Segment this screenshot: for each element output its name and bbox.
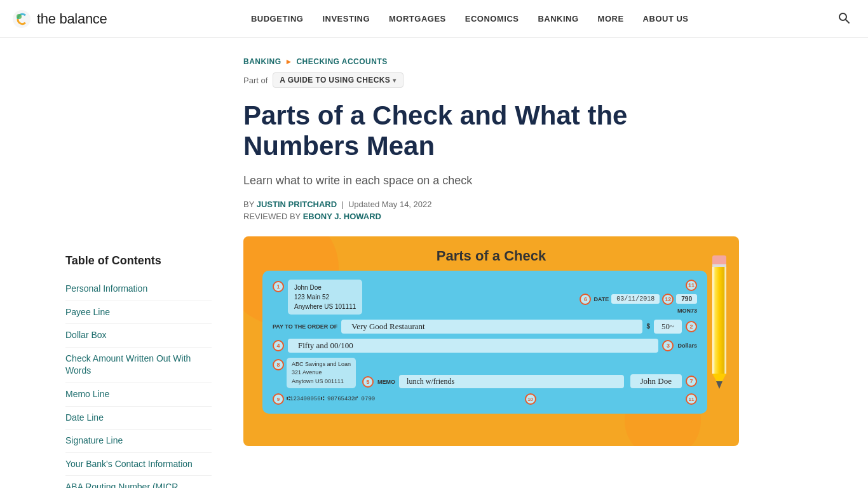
nav-banking[interactable]: BANKING	[530, 9, 586, 29]
reviewer-link[interactable]: EBONY J. HOWARD	[303, 212, 381, 221]
list-item[interactable]: Date Line	[65, 407, 212, 430]
site-header: the balance BUDGETING INVESTING MORTGAGE…	[0, 0, 868, 38]
bank-addr2: Anytown US 001111	[292, 377, 351, 386]
reviewed-label: REVIEWED BY	[243, 212, 301, 221]
number-4: 4	[276, 342, 280, 349]
toc-link-personal[interactable]: Personal Information	[65, 283, 147, 294]
part-of-row: Part of A GUIDE TO USING CHECKS ▾	[243, 72, 739, 88]
number-11: 11	[688, 282, 695, 288]
number-3: 3	[667, 342, 670, 349]
check-name: John Doe	[294, 283, 356, 292]
chevron-down-icon: ▾	[393, 77, 396, 84]
guide-badge-text: A GUIDE TO USING CHECKS	[280, 76, 390, 85]
site-logo[interactable]: the balance	[13, 10, 107, 28]
list-item[interactable]: Check Amount Written Out With Words	[65, 348, 212, 383]
svg-line-3	[845, 20, 849, 24]
check-addr2: Anywhere US 101111	[294, 302, 356, 311]
article-meta: BY JUSTIN PRITCHARD | Updated May 14, 20…	[243, 200, 739, 209]
date-label: DATE	[593, 296, 609, 302]
bank-name: ABC Savings and Loan	[292, 360, 351, 369]
toc-link-check-amount[interactable]: Check Amount Written Out With Words	[65, 353, 191, 376]
nav-economics[interactable]: ECONOMICS	[458, 9, 527, 29]
amount-num: 50~	[654, 320, 682, 334]
breadcrumb-arrow-icon: ►	[285, 57, 293, 66]
list-item[interactable]: ABA Routing Number (MICR	[65, 476, 212, 488]
fractional: MON73	[677, 308, 697, 314]
date-value: 03/11/2018	[611, 294, 660, 304]
list-item[interactable]: Personal Information	[65, 278, 212, 301]
svg-point-1	[17, 14, 22, 19]
nav-about-us[interactable]: ABOUT US	[635, 9, 696, 29]
toc-link-memo[interactable]: Memo Line	[65, 389, 109, 399]
main-nav: BUDGETING INVESTING MORTGAGES ECONOMICS …	[243, 9, 696, 29]
signature: John Doe	[630, 374, 682, 388]
pencil-decoration	[712, 255, 726, 389]
nav-investing[interactable]: INVESTING	[315, 9, 377, 29]
list-item[interactable]: Signature Line	[65, 430, 212, 453]
list-item[interactable]: Your Bank's Contact Information	[65, 453, 212, 477]
number-7: 7	[689, 378, 693, 384]
list-item[interactable]: Dollar Box	[65, 324, 212, 348]
nav-mortgages[interactable]: MORTGAGES	[381, 9, 454, 29]
check-addr1: 123 Main 52	[294, 292, 356, 302]
breadcrumb-banking[interactable]: BANKING	[243, 57, 281, 66]
number-2: 2	[689, 323, 693, 330]
updated-date: Updated May 14, 2022	[348, 200, 432, 209]
dollars-label: Dollars	[677, 342, 697, 349]
search-button[interactable]	[832, 6, 855, 31]
breadcrumb: BANKING ► CHECKING ACCOUNTS	[243, 57, 739, 66]
part-of-label: Part of	[243, 76, 268, 85]
micr-line: ⑆123400056⑆ 98765432⑈ 0790	[287, 396, 375, 402]
guide-badge[interactable]: A GUIDE TO USING CHECKS ▾	[273, 72, 403, 88]
toc-link-bank-contact[interactable]: Your Bank's Contact Information	[65, 459, 193, 469]
payto-label: PAY TO THE ORDER OF	[273, 323, 337, 330]
payto-value: Very Good Restaurant	[341, 320, 642, 334]
toc-link-date[interactable]: Date Line	[65, 412, 104, 423]
list-item[interactable]: Payee Line	[65, 301, 212, 325]
toc-link-aba[interactable]: ABA Routing Number (MICR	[65, 482, 178, 488]
written-amount: Fifty and 00/100	[288, 339, 658, 353]
toc-link-payee[interactable]: Payee Line	[65, 307, 110, 317]
number-1: 1	[276, 283, 280, 290]
number-5: 5	[367, 379, 370, 385]
toc-list: Personal Information Payee Line Dollar B…	[65, 278, 212, 488]
toc-link-signature[interactable]: Signature Line	[65, 435, 123, 445]
main-content: BANKING ► CHECKING ACCOUNTS Part of A GU…	[231, 38, 739, 488]
memo-label: MEMO	[377, 379, 395, 385]
article-subtitle: Learn what to write in each space on a c…	[243, 172, 739, 189]
nav-budgeting[interactable]: BUDGETING	[243, 9, 311, 29]
logo-text: the balance	[37, 11, 107, 27]
list-item[interactable]: Memo Line	[65, 383, 212, 407]
reviewed-by: REVIEWED BY EBONY J. HOWARD	[243, 212, 739, 221]
by-label: BY	[243, 200, 254, 209]
dollar-sign: $	[646, 323, 650, 330]
author-link[interactable]: JUSTIN PRITCHARD	[257, 200, 337, 209]
toc-link-dollar-box[interactable]: Dollar Box	[65, 330, 107, 340]
memo-value: lunch w/friends	[399, 375, 623, 388]
check-illustration: Parts of a Check 1 John Doe 123 Main 52 …	[243, 236, 739, 446]
number-12: 12	[665, 296, 671, 302]
check-number: 790	[676, 294, 697, 304]
number-8: 8	[276, 362, 280, 368]
bank-addr1: 321 Avenue	[292, 369, 351, 377]
toc-title: Table of Contents	[65, 254, 212, 268]
article-title: Parts of a Check and What the Numbers Me…	[243, 100, 739, 162]
breadcrumb-checking[interactable]: CHECKING ACCOUNTS	[296, 57, 387, 66]
table-of-contents: Table of Contents Personal Information P…	[65, 38, 231, 488]
nav-more[interactable]: MORE	[590, 9, 632, 29]
svg-point-0	[13, 10, 31, 28]
number-6: 6	[584, 296, 587, 302]
